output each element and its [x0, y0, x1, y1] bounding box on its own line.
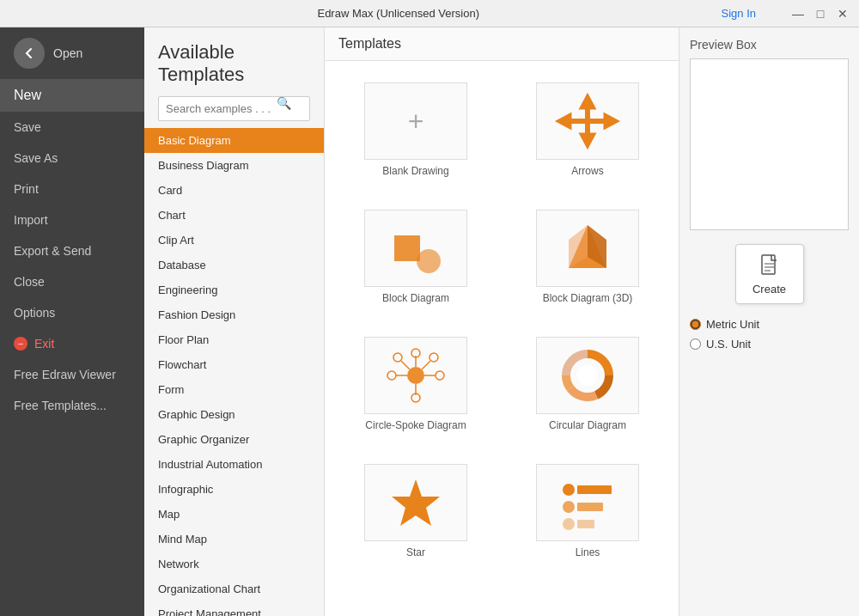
sidebar-item-label: Import — [14, 213, 48, 227]
category-item-floor-plan[interactable]: Floor Plan — [144, 327, 324, 352]
sidebar-item-close[interactable]: Close — [0, 266, 144, 297]
create-button[interactable]: Create — [735, 244, 804, 304]
templates-header: Templates — [325, 27, 679, 61]
available-templates-header: Available Templates — [144, 27, 324, 93]
template-card-circular-diagram[interactable]: Circular Diagram — [510, 329, 665, 439]
close-button[interactable]: ✕ — [833, 4, 852, 23]
svg-marker-2 — [581, 134, 594, 147]
svg-line-20 — [401, 361, 410, 369]
category-item-infographic[interactable]: Infographic — [144, 477, 324, 502]
preview-label: Preview Box — [690, 38, 849, 52]
svg-marker-1 — [581, 95, 594, 108]
sidebar-item-save-as[interactable]: Save As — [0, 143, 144, 174]
sidebar-item-label: Export & Send — [14, 244, 91, 258]
svg-rect-31 — [577, 520, 594, 528]
metric-unit-option[interactable]: Metric Unit — [690, 318, 849, 331]
template-card-block-diagram[interactable]: Block Diagram — [338, 202, 493, 312]
create-label: Create — [752, 283, 786, 296]
sidebar-item-print[interactable]: Print — [0, 174, 144, 204]
circle-spoke-icon — [381, 345, 450, 406]
category-item-form[interactable]: Form — [144, 377, 324, 402]
sidebar-item-label: Exit — [34, 337, 54, 351]
us-unit-option[interactable]: U.S. Unit — [690, 338, 849, 351]
category-item-map[interactable]: Map — [144, 502, 324, 527]
sidebar-item-free-templates[interactable]: Free Templates... — [0, 390, 144, 421]
signin-link[interactable]: Sign In — [722, 7, 756, 20]
category-item-database[interactable]: Database — [144, 253, 324, 278]
template-thumb — [536, 82, 639, 160]
block-diagram-icon — [381, 218, 450, 278]
minimize-button[interactable]: — — [789, 4, 807, 23]
category-item-graphic-design[interactable]: Graphic Design — [144, 402, 324, 427]
template-card-circle-spoke[interactable]: Circle-Spoke Diagram — [338, 329, 493, 439]
svg-marker-4 — [557, 114, 570, 128]
svg-marker-5 — [605, 114, 618, 128]
search-input[interactable] — [158, 96, 310, 121]
templates-scroll[interactable]: + Blank Drawing — [325, 61, 679, 616]
svg-rect-32 — [762, 255, 775, 274]
block-diagram-3d-icon — [553, 218, 622, 278]
category-item-business-diagram[interactable]: Business Diagram — [144, 153, 324, 178]
us-unit-radio[interactable] — [690, 338, 701, 350]
template-card-star[interactable]: Star — [338, 456, 493, 566]
template-label: Star — [406, 546, 425, 558]
exit-icon: − — [14, 337, 27, 351]
sidebar-item-label: Save As — [14, 151, 58, 165]
sidebar-item-label: Free Edraw Viewer — [14, 368, 116, 381]
svg-point-19 — [436, 371, 444, 380]
template-thumb — [364, 464, 467, 541]
template-label: Block Diagram — [382, 292, 449, 304]
template-card-block-diagram-3d[interactable]: Block Diagram (3D) — [510, 202, 665, 312]
svg-marker-25 — [392, 479, 440, 526]
maximize-button[interactable]: □ — [811, 4, 830, 23]
category-item-industrial-automation[interactable]: Industrial Automation — [144, 452, 324, 477]
us-unit-label: U.S. Unit — [706, 338, 751, 351]
category-item-chart[interactable]: Chart — [144, 203, 324, 228]
sidebar-item-free-viewer[interactable]: Free Edraw Viewer — [0, 359, 144, 390]
sidebar-item-import[interactable]: Import — [0, 204, 144, 235]
template-card-arrows[interactable]: Arrows — [510, 75, 665, 185]
search-bar: 🔍 — [144, 93, 324, 128]
svg-rect-27 — [577, 485, 612, 494]
category-item-clip-art[interactable]: Clip Art — [144, 228, 324, 253]
category-item-organizational-chart[interactable]: Organizational Chart — [144, 576, 324, 601]
sidebar-item-save[interactable]: Save — [0, 112, 144, 143]
template-label: Circular Diagram — [549, 419, 626, 431]
svg-point-24 — [577, 365, 598, 386]
metric-unit-radio[interactable] — [690, 319, 701, 330]
circular-diagram-icon — [553, 345, 622, 406]
category-item-mind-map[interactable]: Mind Map — [144, 527, 324, 552]
svg-point-28 — [563, 501, 575, 513]
sidebar-item-new[interactable]: New — [0, 79, 144, 112]
sidebar: Open New Save Save As Print Import Expor… — [0, 27, 144, 616]
svg-rect-29 — [577, 503, 603, 511]
svg-line-22 — [422, 361, 430, 369]
template-card-lines[interactable]: Lines — [510, 456, 665, 566]
svg-point-21 — [393, 353, 402, 362]
titlebar: Edraw Max (Unlicensed Version) Sign In —… — [0, 0, 859, 27]
preview-panel: Preview Box Create Metric Unit — [679, 27, 859, 616]
templates-panel: Templates + Blank Drawing — [325, 27, 679, 616]
category-item-project-management[interactable]: Project Management — [144, 601, 324, 616]
sidebar-item-exit[interactable]: − Exit — [0, 328, 144, 359]
sidebar-item-label: New — [14, 88, 41, 103]
category-item-fashion-design[interactable]: Fashion Design — [144, 302, 324, 327]
template-label: Arrows — [571, 165, 603, 177]
back-button[interactable] — [14, 38, 45, 69]
svg-rect-6 — [394, 235, 420, 261]
lines-icon — [553, 473, 622, 533]
template-card-blank-drawing[interactable]: + Blank Drawing — [338, 75, 493, 185]
category-item-engineering[interactable]: Engineering — [144, 278, 324, 302]
category-item-graphic-organizer[interactable]: Graphic Organizer — [144, 427, 324, 452]
category-item-network[interactable]: Network — [144, 552, 324, 576]
sidebar-item-label: Close — [14, 275, 45, 289]
svg-point-30 — [563, 518, 575, 530]
sidebar-item-export-send[interactable]: Export & Send — [0, 235, 144, 266]
category-item-card[interactable]: Card — [144, 178, 324, 203]
sidebar-item-label: Save — [14, 120, 41, 134]
category-item-flowchart[interactable]: Flowchart — [144, 352, 324, 377]
star-icon — [381, 473, 450, 533]
category-panel: Available Templates 🔍 Basic DiagramBusin… — [144, 27, 325, 616]
category-item-basic-diagram[interactable]: Basic Diagram — [144, 128, 324, 153]
sidebar-item-options[interactable]: Options — [0, 297, 144, 328]
